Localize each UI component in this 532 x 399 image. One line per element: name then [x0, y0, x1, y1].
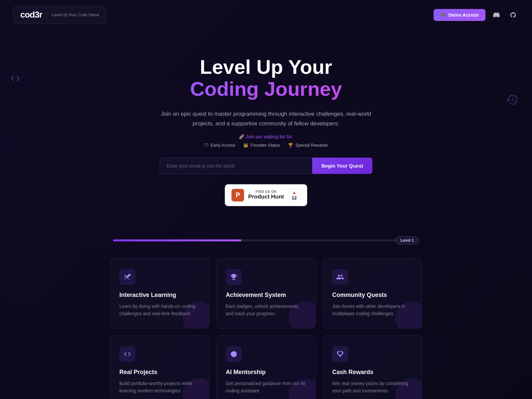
code-icon: [119, 346, 135, 362]
demo-btn-label: Demo Access: [449, 12, 479, 18]
level-badge: Level 1: [395, 236, 419, 244]
rocket-icon: [119, 269, 135, 285]
ph-arrow-icon: ▲: [292, 190, 297, 195]
feature-card-ai-mentorship: AI Mentorship Get personalized guidance …: [216, 335, 316, 399]
feature-title-community-quests: Community Quests: [332, 292, 413, 299]
ph-vote-count: 12: [292, 195, 297, 200]
nav-right: 🎮 Demo Access: [434, 9, 519, 21]
ph-text-block: FIND US ON Product Hunt: [248, 190, 284, 200]
feature-card-achievement-system: Achievement System Earn badges, unlock a…: [216, 258, 316, 329]
hero-title-line1: Level Up Your: [123, 56, 409, 78]
feature-title-interactive-learning: Interactive Learning: [119, 292, 200, 299]
float-brain-icon: [505, 93, 519, 109]
cta-row: Begin Your Quest: [160, 158, 372, 174]
features-grid: Interactive Learning Learn by doing with…: [103, 258, 429, 399]
ph-votes-block: ▲ 12: [288, 188, 301, 202]
logo: cod3r: [20, 10, 42, 20]
badge-founder: 👑 Founder Status: [243, 143, 280, 148]
hero-title-line2: Coding Journey: [123, 78, 409, 100]
ph-find-text: FIND US ON: [248, 190, 284, 194]
feature-card-community-quests: Community Quests Join forces with other …: [323, 258, 422, 329]
logo-tagline: Level Up Your Code Game: [47, 13, 99, 17]
feature-desc-ai-mentorship: Get personalized guidance from our AI co…: [226, 380, 306, 395]
trophy-icon: 🏆: [288, 143, 293, 148]
feature-desc-cash-rewards: Win real money prizes by completing your…: [332, 380, 413, 395]
feature-title-ai-mentorship: AI Mentorship: [226, 369, 306, 376]
product-hunt-logo: P: [231, 189, 244, 201]
feature-desc-real-projects: Build portfolio-worthy projects while le…: [119, 380, 200, 395]
feature-desc-achievement-system: Earn badges, unlock achievements, and tr…: [226, 303, 306, 318]
nav-left: cod3r Level Up Your Code Game: [13, 6, 106, 24]
progress-fill: [113, 239, 241, 241]
feature-desc-interactive-learning: Learn by doing with hands-on coding chal…: [119, 303, 200, 318]
product-hunt-badge[interactable]: P FIND US ON Product Hunt ▲ 12: [225, 184, 307, 206]
feature-title-cash-rewards: Cash Rewards: [332, 369, 413, 376]
community-icon: [332, 269, 348, 285]
begin-quest-button[interactable]: Begin Your Quest: [312, 158, 372, 174]
badge-founder-label: Founder Status: [250, 143, 280, 148]
progress-section: Level 1: [106, 239, 426, 241]
badge-early-access: 🛡 Early Access: [204, 143, 235, 148]
badge-rewards: 🏆 Special Rewards: [288, 143, 328, 148]
diamond-icon: [332, 346, 348, 362]
progress-bar: Level 1: [113, 239, 419, 241]
shield-icon: 🛡: [204, 143, 208, 148]
hero-description: Join an epic quest to master programming…: [160, 109, 372, 129]
float-code-icon: [10, 73, 21, 86]
begin-quest-label: Begin Your Quest: [322, 163, 363, 169]
feature-title-real-projects: Real Projects: [119, 369, 200, 376]
badge-rewards-label: Special Rewards: [295, 143, 328, 148]
feature-card-real-projects: Real Projects Build portfolio-worthy pro…: [110, 335, 209, 399]
badge-early-access-label: Early Access: [210, 143, 235, 148]
trophy-icon: [226, 269, 242, 285]
ph-name: Product Hunt: [248, 194, 284, 200]
github-icon[interactable]: [507, 9, 519, 21]
crown-icon: 👑: [243, 143, 248, 148]
hero-section: Level Up Your Coding Journey Join an epi…: [116, 30, 416, 226]
ph-logo-letter: P: [236, 191, 240, 199]
feature-title-achievement-system: Achievement System: [226, 292, 306, 299]
feature-card-cash-rewards: Cash Rewards Win real money prizes by co…: [323, 335, 422, 399]
logo-box: cod3r Level Up Your Code Game: [13, 6, 106, 24]
product-hunt-wrapper: P FIND US ON Product Hunt ▲ 12: [123, 184, 409, 206]
brain-icon: [226, 346, 242, 362]
waitlist-label: 🚀 Join our waiting list for:: [123, 134, 409, 139]
navbar: cod3r Level Up Your Code Game 🎮 Demo Acc…: [0, 0, 532, 30]
email-input[interactable]: [160, 158, 312, 174]
feature-desc-community-quests: Join forces with other developers in mul…: [332, 303, 413, 318]
waitlist-badges: 🛡 Early Access 👑 Founder Status 🏆 Specia…: [123, 143, 409, 148]
discord-icon[interactable]: [491, 9, 502, 21]
demo-access-button[interactable]: 🎮 Demo Access: [434, 9, 485, 21]
feature-card-interactive-learning: Interactive Learning Learn by doing with…: [110, 258, 209, 329]
demo-icon: 🎮: [440, 12, 446, 18]
